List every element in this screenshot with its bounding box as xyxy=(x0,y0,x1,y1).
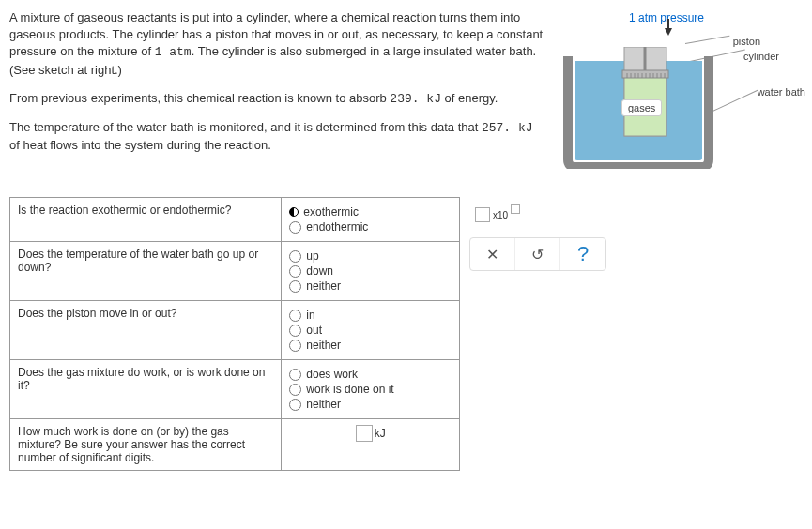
q1-radio-endothermic[interactable] xyxy=(289,221,301,234)
cylinder-label: cylinder xyxy=(743,51,779,62)
work-value-input[interactable] xyxy=(356,425,373,442)
q2-radio-down[interactable] xyxy=(289,265,301,278)
sci-exponent-box[interactable] xyxy=(511,204,520,214)
q3-radio-neither[interactable] xyxy=(289,340,301,352)
q2-opt-neither[interactable]: neither xyxy=(306,280,341,293)
absorb-value: 239. kJ xyxy=(390,92,441,106)
control-buttons: ✕ ↺ ? xyxy=(469,237,606,271)
q1-text: Is the reaction exothermic or endothermi… xyxy=(10,198,282,242)
q4-radio-workdone[interactable] xyxy=(289,384,301,396)
close-icon: ✕ xyxy=(486,246,498,264)
pressure-arrow-icon xyxy=(665,28,672,36)
para2-b: of energy. xyxy=(441,91,498,105)
q2-opt-up[interactable]: up xyxy=(306,249,318,263)
q3-radio-out[interactable] xyxy=(289,325,301,337)
waterbath-label: water bath xyxy=(758,86,805,98)
q1-opt-endothermic[interactable]: endothermic xyxy=(306,220,368,234)
q3-opt-neither[interactable]: neither xyxy=(306,339,341,352)
q2-radio-up[interactable] xyxy=(289,250,301,263)
sci-notation-tool[interactable]: x10 xyxy=(469,202,606,228)
gases-label: gases xyxy=(621,99,662,116)
q2-opt-down[interactable]: down xyxy=(306,264,333,278)
q3-opt-out[interactable]: out xyxy=(306,324,322,337)
para3-b: of heat flows into the system during the… xyxy=(9,138,271,152)
q4-opt-neither[interactable]: neither xyxy=(306,398,341,411)
close-button[interactable]: ✕ xyxy=(470,238,515,270)
heat-value: 257. kJ xyxy=(482,121,533,135)
q3-opt-in[interactable]: in xyxy=(306,309,314,322)
redo-icon: ↺ xyxy=(531,246,544,264)
leader-line-piston xyxy=(685,36,729,44)
q3-radio-in[interactable] xyxy=(289,310,301,322)
para2-a: From previous experiments, this chemical… xyxy=(9,91,390,105)
q1-opt-exothermic[interactable]: exothermic xyxy=(303,205,359,219)
help-icon: ? xyxy=(577,242,589,266)
q5-text: How much work is done on (or by) the gas… xyxy=(10,419,282,471)
kj-unit-label: kJ xyxy=(375,427,386,440)
q4-opt-doeswork[interactable]: does work xyxy=(306,368,358,381)
radio-selected-icon[interactable] xyxy=(289,207,299,217)
leader-line-waterbath xyxy=(709,90,758,113)
q3-text: Does the piston move in or out? xyxy=(10,301,282,360)
help-button[interactable]: ? xyxy=(560,238,605,270)
q2-text: Does the temperature of the water bath g… xyxy=(10,242,282,301)
apparatus-diagram: 1 atm pressure piston cylinder water bat… xyxy=(563,9,789,178)
pressure-value: 1 atm xyxy=(155,45,192,59)
sci-coefficient-box[interactable] xyxy=(475,207,490,222)
q4-radio-doeswork[interactable] xyxy=(289,369,301,381)
q4-opt-workdone[interactable]: work is done on it xyxy=(306,383,393,396)
piston-label: piston xyxy=(733,36,760,47)
questions-table: Is the reaction exothermic or endothermi… xyxy=(9,197,460,471)
q2-radio-neither[interactable] xyxy=(289,280,301,293)
problem-statement: A mixture of gaseous reactants is put in… xyxy=(9,9,544,178)
redo-button[interactable]: ↺ xyxy=(515,238,560,270)
para3-a: The temperature of the water bath is mon… xyxy=(9,120,482,134)
q4-radio-neither[interactable] xyxy=(289,399,301,411)
q4-text: Does the gas mixture do work, or is work… xyxy=(10,360,282,419)
x10-label: x10 xyxy=(493,210,508,220)
